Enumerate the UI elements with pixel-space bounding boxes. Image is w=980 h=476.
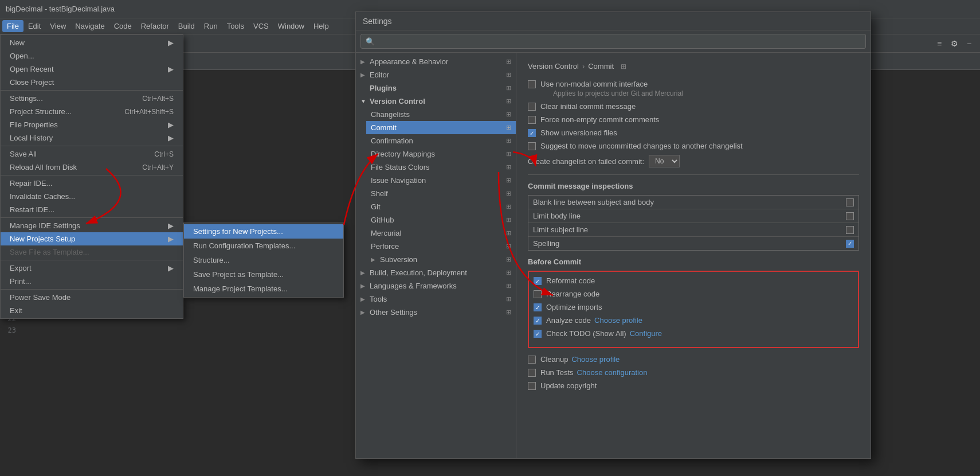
tree-item-appearance[interactable]: ▶ Appearance & Behavior ⊞	[356, 55, 516, 68]
menu-file[interactable]: File	[2, 20, 23, 32]
submenu-structure[interactable]: Structure...	[184, 253, 343, 267]
tree-item-github[interactable]: GitHub ⊞	[366, 213, 516, 227]
help-icon: ⊞	[621, 63, 626, 71]
menu-new-projects-setup[interactable]: New Projects Setup▶	[1, 232, 183, 245]
inspection-cb-spelling[interactable]: ✓	[846, 240, 854, 248]
settings-search-input[interactable]	[360, 34, 866, 49]
tree-item-issue-nav[interactable]: Issue Navigation ⊞	[366, 174, 516, 187]
menu-close-project[interactable]: Close Project	[1, 76, 183, 89]
submenu-manage-project-templates[interactable]: Manage Project Templates...	[184, 282, 343, 296]
tree-item-commit[interactable]: Commit ⊞	[366, 121, 516, 134]
menu-repair-ide[interactable]: Repair IDE...	[1, 177, 183, 190]
tree-item-mercurial[interactable]: Mercurial ⊞	[366, 227, 516, 240]
menu-open[interactable]: Open...	[1, 49, 183, 63]
menu-tools[interactable]: Tools	[222, 20, 249, 32]
menu-local-history[interactable]: Local History▶	[1, 131, 183, 145]
menu-restart-ide[interactable]: Restart IDE...	[1, 203, 183, 216]
create-changelist-label: Create changelist on failed commit:	[528, 157, 644, 166]
tree-item-version-control[interactable]: ▼ Version Control ⊞	[356, 95, 516, 108]
runtests-link[interactable]: Choose configuration	[577, 368, 648, 377]
menu-new[interactable]: New▶	[1, 36, 183, 49]
tree-item-dir-mappings[interactable]: Directory Mappings ⊞	[366, 147, 516, 161]
menu-view[interactable]: View	[45, 20, 70, 32]
menu-file-properties[interactable]: File Properties▶	[1, 118, 183, 131]
menu-save-as-template[interactable]: Save File as Template...	[1, 245, 183, 259]
cb-cleanup[interactable]	[528, 356, 536, 364]
cleanup-link[interactable]: Choose profile	[571, 355, 620, 364]
submenu-run-config-templates[interactable]: Run Configuration Templates...	[184, 239, 343, 253]
cb-clearmsg[interactable]	[528, 103, 536, 111]
submenu-save-project-template[interactable]: Save Project as Template...	[184, 267, 343, 282]
cb-nonmodal[interactable]	[528, 80, 536, 88]
menu-print[interactable]: Print...	[1, 275, 183, 288]
cb-analyze[interactable]	[534, 317, 542, 325]
inspections-header: Commit message inspections	[528, 182, 859, 190]
tree-item-plugins[interactable]: ▶ Plugins ⊞	[356, 81, 516, 95]
toolbar-align-btn[interactable]: ≡	[933, 37, 946, 50]
tree-label: Perforce	[371, 242, 399, 251]
cb-unversioned[interactable]	[528, 129, 536, 137]
menu-navigate[interactable]: Navigate	[70, 20, 109, 32]
inspection-cb[interactable]	[846, 226, 854, 234]
cb-label-nonmodal: Use non-modal commit interface	[540, 80, 683, 88]
tree-item-perforce[interactable]: Perforce ⊞	[366, 240, 516, 253]
cb-reformat[interactable]	[534, 277, 542, 285]
menu-vcs[interactable]: VCS	[249, 20, 273, 32]
submenu-settings-new-projects[interactable]: Settings for New Projects...	[184, 224, 343, 239]
cb-nonempty[interactable]	[528, 116, 536, 124]
cb-label-rearrange: Rearrange code	[546, 290, 599, 298]
separator	[1, 175, 183, 175]
cb-runtests[interactable]	[528, 369, 536, 377]
cb-row-rearrange: Rearrange code	[534, 290, 853, 298]
tree-item-shelf[interactable]: Shelf ⊞	[366, 187, 516, 200]
menu-export[interactable]: Export▶	[1, 262, 183, 275]
tree-item-tools[interactable]: ▶ Tools ⊞	[356, 292, 516, 306]
cb-row-cleanup: Cleanup Choose profile	[528, 355, 859, 364]
menu-exit[interactable]: Exit	[1, 304, 183, 317]
tree-indicator: ⊞	[506, 282, 511, 290]
tree-item-file-status[interactable]: File Status Colors ⊞	[366, 161, 516, 174]
cb-suggestmove[interactable]	[528, 142, 536, 150]
cb-row-reformat: Reformat code	[534, 276, 853, 285]
menu-window[interactable]: Window	[273, 20, 309, 32]
menu-run[interactable]: Run	[199, 20, 222, 32]
toolbar-settings-btn[interactable]: ⚙	[948, 37, 961, 50]
cb-todo[interactable]	[534, 330, 542, 338]
cb-optimize[interactable]	[534, 303, 542, 311]
analyze-link[interactable]: Choose profile	[594, 316, 642, 325]
tree-item-editor[interactable]: ▶ Editor ⊞	[356, 68, 516, 81]
menu-settings[interactable]: Settings... Ctrl+Alt+S	[1, 92, 183, 105]
inspection-label: Blank line between subject and body	[533, 198, 654, 206]
menu-save-all[interactable]: Save All Ctrl+S	[1, 147, 183, 161]
menu-help[interactable]: Help	[309, 20, 334, 32]
cb-copyright[interactable]	[528, 382, 536, 390]
cb-row-runtests: Run Tests Choose configuration	[528, 368, 859, 377]
menu-manage-ide-settings[interactable]: Manage IDE Settings▶	[1, 219, 183, 232]
tree-indicator: ⊞	[506, 163, 511, 171]
todo-link[interactable]: Configure	[630, 329, 662, 338]
menu-open-recent[interactable]: Open Recent▶	[1, 63, 183, 76]
menu-project-structure[interactable]: Project Structure... Ctrl+Alt+Shift+S	[1, 105, 183, 118]
menu-invalidate-caches[interactable]: Invalidate Caches...	[1, 190, 183, 203]
inspection-cb[interactable]	[846, 198, 854, 206]
menu-build[interactable]: Build	[174, 20, 199, 32]
menu-code[interactable]: Code	[109, 20, 136, 32]
menu-refactor[interactable]: Refactor	[136, 20, 174, 32]
tree-item-subversion[interactable]: ▶ Subversion ⊞	[366, 253, 516, 266]
tree-item-git[interactable]: Git ⊞	[366, 200, 516, 213]
cb-rearrange[interactable]	[534, 290, 542, 298]
tree-indicator: ⊞	[506, 256, 511, 263]
tree-label: Appearance & Behavior	[370, 57, 448, 66]
menu-reload-all[interactable]: Reload All from Disk Ctrl+Alt+Y	[1, 161, 183, 174]
menu-edit[interactable]: Edit	[23, 20, 45, 32]
inspection-row-body: Limit body line	[528, 209, 859, 223]
create-changelist-select[interactable]: No Yes	[649, 155, 680, 167]
tree-item-build[interactable]: ▶ Build, Execution, Deployment ⊞	[356, 266, 516, 279]
tree-item-languages[interactable]: ▶ Languages & Frameworks ⊞	[356, 279, 516, 292]
tree-item-changelists[interactable]: Changelists ⊞	[366, 108, 516, 121]
tree-item-other[interactable]: ▶ Other Settings ⊞	[356, 306, 516, 319]
tree-item-confirmation[interactable]: Confirmation ⊞	[366, 134, 516, 147]
inspection-cb[interactable]	[846, 212, 854, 220]
menu-power-save[interactable]: Power Save Mode	[1, 291, 183, 304]
toolbar-minus-btn[interactable]: −	[963, 37, 975, 50]
